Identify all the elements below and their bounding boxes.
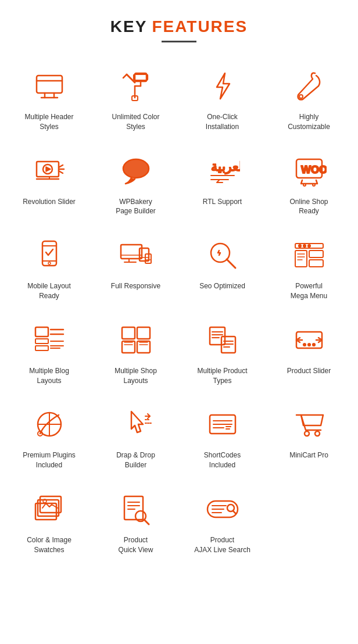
feature-label: ShortCodesIncluded <box>204 450 241 470</box>
svg-text:WOO: WOO <box>301 164 327 176</box>
feature-powerful-mega-menu: PowerfulMega Menu <box>266 226 352 310</box>
feature-wpbakery: WPBakeryPage Builder <box>92 141 179 226</box>
svg-rect-6 <box>134 74 148 80</box>
svg-rect-56 <box>35 327 48 337</box>
mobile-icon <box>29 235 70 276</box>
feature-multiple-header-styles: Multiple HeaderStyles <box>6 56 92 141</box>
speech-icon <box>116 151 156 191</box>
svg-point-83 <box>313 344 315 346</box>
svg-point-49 <box>308 245 310 247</box>
feature-revolution-slider: Revolution Slider <box>6 141 92 226</box>
title-key: KEY <box>110 17 148 35</box>
minicart-icon <box>289 404 330 445</box>
svg-line-12 <box>123 74 127 78</box>
feature-product-slider: Product Slider <box>266 310 352 395</box>
svg-point-14 <box>299 95 303 98</box>
feature-rtl-support: العربية RTL Support <box>179 141 266 226</box>
feature-multiple-shop-layouts: Multiple ShopLayouts <box>92 310 179 395</box>
feature-label: MiniCart Pro <box>289 450 328 460</box>
svg-rect-64 <box>122 327 135 339</box>
feature-label: Product Slider <box>287 366 331 376</box>
feature-drag-drop: Drap & DropBuilder <box>92 395 179 480</box>
svg-line-45 <box>227 259 235 268</box>
responsive-icon <box>116 235 156 276</box>
feature-one-click-installation: One-ClickInstallation <box>179 56 266 141</box>
feature-full-responsive: Full Responsive <box>92 226 179 310</box>
feature-label: ProductQuick View <box>119 535 153 555</box>
svg-line-109 <box>144 520 149 524</box>
feature-label: Drap & DropBuilder <box>116 450 155 470</box>
svg-point-81 <box>303 344 306 346</box>
feature-label: PowerfulMega Menu <box>291 281 327 301</box>
feature-label: Multiple ProductTypes <box>197 366 247 386</box>
feature-label: Revolution Slider <box>23 197 76 207</box>
productslider-icon <box>289 320 330 360</box>
paint-icon <box>116 66 156 106</box>
feature-color-image-swatches: Color & ImageSwatches <box>6 480 92 564</box>
feature-online-shop-ready: WOO Online ShopReady <box>266 141 352 226</box>
feature-label: Premium PluginsIncluded <box>23 450 76 470</box>
feature-seo-optimized: Seo Optimized <box>179 226 266 310</box>
svg-rect-51 <box>309 251 323 257</box>
svg-rect-102 <box>40 496 61 513</box>
feature-label: Multiple ShopLayouts <box>114 366 157 386</box>
svg-point-82 <box>308 344 310 346</box>
svg-line-115 <box>233 511 236 514</box>
svg-marker-13 <box>217 73 230 99</box>
svg-rect-66 <box>122 341 135 353</box>
svg-rect-50 <box>295 251 307 267</box>
feature-unlimited-color-styles: Unlimited ColorStyles <box>92 56 179 141</box>
svg-text:العربية: العربية <box>211 159 240 174</box>
svg-marker-17 <box>46 167 51 171</box>
feature-label: RTL Support <box>203 197 242 207</box>
svg-marker-88 <box>131 412 143 432</box>
svg-rect-65 <box>137 327 150 339</box>
title-features: FEATURES <box>152 17 248 35</box>
ajaxsearch-icon <box>202 489 243 529</box>
feature-multiple-product-types: Multiple ProductTypes <box>179 310 266 395</box>
svg-point-31 <box>313 184 315 186</box>
svg-rect-36 <box>121 245 142 259</box>
slider-icon <box>29 151 70 191</box>
svg-point-30 <box>303 184 306 186</box>
rtl-icon: العربية <box>202 151 243 191</box>
feature-label: Multiple BlogLayouts <box>29 366 69 386</box>
feature-label: HighlyCustomizable <box>288 112 330 132</box>
feature-label: Full Responsive <box>111 281 160 291</box>
dragdrop-icon <box>116 404 156 445</box>
svg-rect-0 <box>37 76 62 93</box>
feature-label: One-ClickInstallation <box>206 112 239 132</box>
feature-label: Unlimited ColorStyles <box>112 112 159 132</box>
page-title: KEYFEATURES <box>6 17 352 36</box>
feature-label: Seo Optimized <box>199 281 245 291</box>
feature-minicart-pro: MiniCart Pro <box>266 395 352 480</box>
page-wrapper: KEYFEATURES Multiple HeaderStyles <box>0 0 358 582</box>
header-icon <box>29 66 70 106</box>
feature-label: WPBakeryPage Builder <box>116 197 156 217</box>
feature-label: ProductAJAX Live Search <box>194 535 250 555</box>
producttypes-icon <box>202 320 243 360</box>
svg-point-47 <box>299 245 301 247</box>
feature-highly-customizable: HighlyCustomizable <box>266 56 352 141</box>
svg-point-99 <box>315 431 320 436</box>
seo-icon <box>202 235 243 276</box>
svg-point-98 <box>305 431 309 436</box>
svg-point-35 <box>48 262 51 264</box>
quickview-icon <box>116 489 156 529</box>
svg-point-48 <box>303 245 306 247</box>
svg-point-24 <box>123 159 149 178</box>
feature-premium-plugins: Premium PluginsIncluded <box>6 395 92 480</box>
swatches-icon <box>29 489 70 529</box>
title-underline <box>162 41 196 42</box>
woo-icon: WOO <box>289 151 330 191</box>
blog-icon <box>29 320 70 360</box>
shoplayout-icon <box>116 320 156 360</box>
svg-rect-57 <box>35 339 48 344</box>
svg-rect-101 <box>38 500 59 516</box>
svg-rect-104 <box>124 496 143 520</box>
plugins-icon <box>29 404 70 445</box>
feature-ajax-live-search: ProductAJAX Live Search <box>179 480 266 564</box>
feature-label: Online ShopReady <box>289 197 328 217</box>
feature-shortcodes: ShortCodesIncluded <box>179 395 266 480</box>
feature-label: Color & ImageSwatches <box>27 535 71 555</box>
